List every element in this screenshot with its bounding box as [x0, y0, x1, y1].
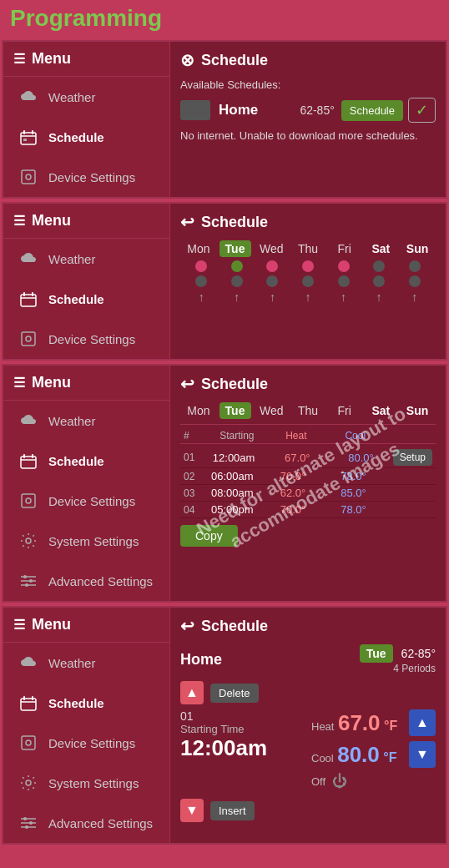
- svg-point-18: [26, 498, 31, 503]
- insert-button[interactable]: Insert: [210, 801, 255, 820]
- day-wed-3[interactable]: Wed: [255, 404, 287, 417]
- delete-button[interactable]: Delete: [210, 684, 259, 703]
- svg-rect-5: [22, 170, 35, 184]
- day-mon-3[interactable]: Mon: [183, 404, 214, 417]
- row-heat-1: 67.0°: [265, 452, 329, 464]
- hamburger-icon: ☰: [13, 51, 25, 67]
- schedule-row-home: Home 62-85° Schedule ✓: [180, 98, 436, 123]
- day-thu-2[interactable]: Thu: [292, 242, 324, 255]
- day-fri-2[interactable]: Fri: [329, 242, 361, 255]
- back-arrow-icon-4[interactable]: ↩: [180, 616, 194, 636]
- sidebar-item-weather-4[interactable]: Weather: [3, 643, 169, 683]
- sidebar-item-advanced-3[interactable]: Advanced Settings: [3, 561, 169, 601]
- sidebar-item-weather-3[interactable]: Weather: [3, 401, 169, 441]
- day-fri-3[interactable]: Fri: [329, 404, 361, 417]
- sidebar-item-weather-1[interactable]: Weather: [3, 77, 169, 117]
- day-thu-3[interactable]: Thu: [292, 404, 324, 417]
- svg-point-24: [29, 579, 33, 583]
- period-right: Heat 67.0 °F ▲ Cool 80.0 °F ▼ Off: [305, 709, 436, 790]
- cool-down-button[interactable]: ▼: [409, 741, 436, 768]
- heat-row: Heat 67.0 °F ▲: [311, 709, 436, 736]
- graph-col-3: ↑: [266, 260, 278, 304]
- day-tue-3[interactable]: Tue: [219, 402, 251, 419]
- dot-8: [302, 275, 314, 287]
- weather-label-3: Weather: [48, 414, 95, 428]
- heat-up-button[interactable]: ▲: [409, 709, 436, 736]
- sidebar-2: ☰ Menu Weather Schedule Device Settings: [3, 204, 170, 359]
- svg-point-38: [25, 825, 28, 829]
- sidebar-item-weather-2[interactable]: Weather: [3, 239, 169, 279]
- sidebar-item-device-4[interactable]: Device Settings: [3, 723, 169, 763]
- sidebar-item-schedule-4[interactable]: Schedule: [3, 683, 169, 723]
- day-sat-3[interactable]: Sat: [365, 404, 396, 417]
- row-time-4: 05:00pm: [202, 503, 263, 516]
- device-settings-label-3: Device Settings: [48, 494, 135, 508]
- day-sat-2[interactable]: Sat: [365, 242, 396, 255]
- svg-rect-15: [32, 454, 33, 458]
- move-up-button[interactable]: ▲: [180, 681, 204, 704]
- sidebar-item-device-2[interactable]: Device Settings: [3, 319, 169, 359]
- content-title-4: Schedule: [201, 618, 268, 635]
- heat-value: 67.0: [338, 710, 381, 735]
- page-title: Programming: [0, 0, 449, 37]
- svg-point-37: [29, 821, 33, 825]
- period-number: 01: [180, 709, 305, 723]
- main-content-1: ⊗ Schedule Available Schedules: Home 62-…: [170, 42, 446, 197]
- row-cool-3: 85.0°: [323, 487, 384, 499]
- heat-section: Heat 67.0 °F: [311, 710, 397, 736]
- day-tue-2[interactable]: Tue: [219, 240, 251, 257]
- back-arrow-icon-2[interactable]: ↩: [180, 212, 194, 232]
- day-mon-2[interactable]: Mon: [183, 242, 214, 255]
- svg-point-36: [23, 817, 27, 820]
- dot-6: [266, 275, 278, 287]
- power-icon[interactable]: ⏻: [332, 773, 347, 790]
- hamburger-icon-2: ☰: [13, 213, 25, 229]
- day-wed-2[interactable]: Wed: [255, 242, 287, 255]
- row-heat-3: 62.0°: [263, 487, 324, 499]
- sidebar-1: ☰ Menu Weather Schedule Device Settings: [3, 42, 170, 197]
- arrow-up-5: ↑: [341, 290, 346, 304]
- row-cool-4: 78.0°: [323, 503, 384, 516]
- move-down-button[interactable]: ▼: [180, 799, 204, 822]
- table-header-3: # Starting Heat Cool: [180, 428, 436, 444]
- content-title-1: Schedule: [201, 52, 268, 69]
- dot-7: [302, 260, 314, 272]
- schedule-info-row: Home Tue 62-85° 4 Periods: [180, 644, 436, 674]
- copy-button[interactable]: Copy: [180, 525, 238, 547]
- cool-unit: °F: [383, 750, 396, 765]
- sidebar-item-device-3[interactable]: Device Settings: [3, 481, 169, 521]
- main-content-2: ↩ Schedule Mon Tue Wed Thu Fri Sat Sun ↑…: [170, 204, 446, 359]
- sidebar-item-system-4[interactable]: System Settings: [3, 763, 169, 803]
- home-label-4: Home: [180, 651, 222, 669]
- close-circle-icon-1[interactable]: ⊗: [180, 50, 194, 70]
- schedule-label-2: Schedule: [48, 292, 104, 306]
- sidebar-item-system-3[interactable]: System Settings: [3, 521, 169, 561]
- day-sun-2[interactable]: Sun: [401, 242, 433, 255]
- device-icon-3: [17, 489, 40, 512]
- dot-4: [231, 275, 243, 287]
- col-num: #: [184, 430, 207, 442]
- panel-2: ☰ Menu Weather Schedule Device Settings …: [2, 202, 447, 361]
- sidebar-item-device-1[interactable]: Device Settings: [3, 157, 169, 197]
- svg-rect-26: [21, 699, 36, 710]
- sidebar-item-schedule-3[interactable]: Schedule: [3, 441, 169, 481]
- dot-12: [373, 275, 385, 287]
- menu-header-1: ☰ Menu: [3, 42, 169, 77]
- device-icon-1: [17, 165, 40, 189]
- cloud-icon-4: [17, 651, 40, 674]
- setup-button-1[interactable]: Setup: [393, 449, 432, 466]
- col-action: [385, 430, 432, 442]
- menu-label-3: Menu: [32, 374, 71, 391]
- schedule-button-home[interactable]: Schedule: [341, 100, 403, 121]
- day-sun-3[interactable]: Sun: [401, 404, 433, 417]
- dot-5: [266, 260, 278, 272]
- svg-rect-11: [22, 332, 35, 346]
- device-icon-2: [17, 327, 40, 351]
- sidebar-item-schedule-1[interactable]: Schedule: [3, 117, 169, 157]
- graph-col-7: ↑: [409, 260, 421, 304]
- periods-info: 4 Periods: [393, 663, 436, 674]
- back-arrow-icon-3[interactable]: ↩: [180, 374, 194, 394]
- check-button-home[interactable]: ✓: [408, 98, 436, 123]
- sidebar-item-advanced-4[interactable]: Advanced Settings: [3, 803, 169, 843]
- sidebar-item-schedule-2[interactable]: Schedule: [3, 279, 169, 319]
